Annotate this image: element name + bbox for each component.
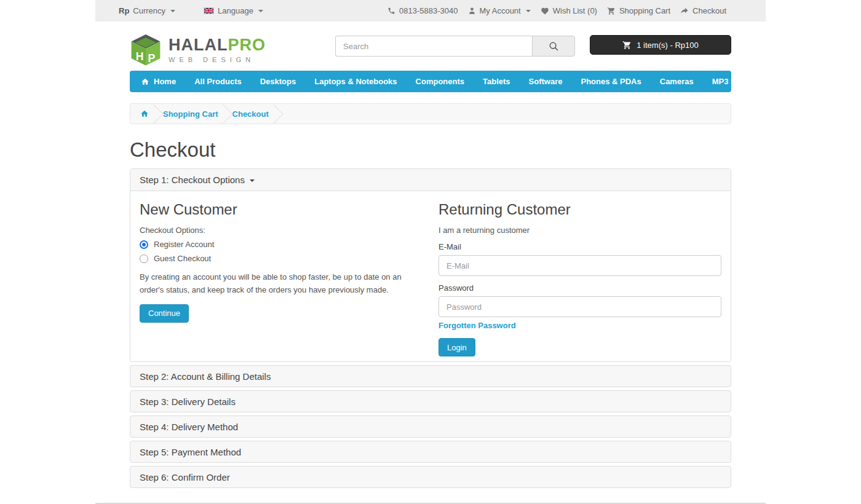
phone-icon	[387, 7, 395, 15]
page-title: Checkout	[130, 139, 731, 161]
nav-item-label: Laptops & Notebooks	[314, 77, 397, 86]
topbar-right: 0813-5883-3040 My Account Wish List (0) …	[387, 6, 726, 15]
caret-down-icon	[250, 179, 255, 182]
search-group	[335, 36, 575, 57]
breadcrumb-separator	[143, 104, 164, 124]
wish-list-label: Wish List (0)	[553, 6, 597, 15]
nav-item-label: Tablets	[483, 77, 510, 86]
nav-item-cameras[interactable]: Cameras	[651, 71, 703, 92]
radio-unselected-icon	[140, 254, 148, 263]
password-field[interactable]	[438, 296, 721, 317]
my-account-label: My Account	[480, 6, 521, 15]
breadcrumb-separator	[263, 104, 284, 124]
share-arrow-icon	[680, 7, 689, 15]
page: Rp Currency Language 0813-5883-3040	[95, 0, 766, 504]
caret-down-icon	[258, 10, 263, 12]
nav-item-components[interactable]: Components	[407, 71, 474, 92]
register-account-label: Register Account	[154, 240, 214, 249]
cart-icon	[622, 41, 632, 50]
breadcrumb-separator	[213, 104, 233, 124]
caret-down-icon	[170, 10, 175, 12]
search-input[interactable]	[335, 36, 532, 57]
nav-item-label: Home	[154, 77, 176, 86]
nav-item-software[interactable]: Software	[520, 71, 572, 92]
nav-item-label: MP3 Players	[712, 77, 760, 86]
heart-icon	[541, 7, 549, 15]
nav-item-label: Cameras	[660, 77, 694, 86]
guest-checkout-radio[interactable]: Guest Checkout	[140, 254, 414, 263]
currency-symbol: Rp	[119, 6, 129, 15]
register-account-radio[interactable]: Register Account	[140, 240, 414, 249]
nav-item-all-products[interactable]: All Products	[185, 71, 251, 92]
checkout-link[interactable]: Checkout	[680, 6, 726, 15]
logo-letter-p: P	[148, 52, 155, 65]
continue-button[interactable]: Continue	[140, 304, 189, 323]
nav-item-mp3-players[interactable]: MP3 Players	[703, 71, 769, 92]
currency-dropdown[interactable]: Rp Currency	[119, 6, 175, 15]
svg-text:H: H	[136, 50, 144, 63]
currency-label: Currency	[133, 6, 165, 15]
wish-list-link[interactable]: Wish List (0)	[541, 6, 597, 15]
my-account-dropdown[interactable]: My Account	[468, 6, 531, 15]
breadcrumb: Shopping Cart Checkout	[130, 103, 731, 124]
nav-item-home[interactable]: Home	[132, 71, 185, 92]
svg-text:P: P	[148, 52, 155, 65]
nav-item-label: All Products	[194, 77, 242, 86]
nav-item-laptops-notebooks[interactable]: Laptops & Notebooks	[305, 71, 406, 92]
checkout-label: Checkout	[692, 6, 726, 15]
phone-contact: 0813-5883-3040	[387, 6, 458, 15]
step4-header[interactable]: Step 4: Delivery Method	[130, 415, 731, 438]
topbar: Rp Currency Language 0813-5883-3040	[95, 0, 766, 22]
logo-cube-icon: H P	[130, 34, 162, 66]
new-customer-column: New Customer Checkout Options: Register …	[140, 199, 438, 356]
step1-body: New Customer Checkout Options: Register …	[130, 191, 731, 361]
logo-name-primary: HALAL	[169, 36, 228, 54]
returning-customer-subtitle: I am a returning customer	[438, 226, 721, 235]
home-icon	[141, 77, 149, 86]
step2-header[interactable]: Step 2: Account & Billing Details	[130, 365, 731, 387]
step6-header[interactable]: Step 6: Confirm Order	[130, 466, 731, 488]
nav-item-phones-pdas[interactable]: Phones & PDAs	[572, 71, 651, 92]
header-cart-button[interactable]: 1 item(s) - Rp100	[590, 35, 731, 55]
step3-header[interactable]: Step 3: Delivery Details	[130, 390, 731, 412]
main-content: Checkout Step 1: Checkout Options New Cu…	[130, 139, 731, 488]
store-logo[interactable]: H P HALALPRO WEB DESIGN	[130, 34, 266, 66]
uk-flag-icon	[204, 7, 214, 14]
language-label: Language	[218, 6, 253, 15]
breadcrumb-wrap: Shopping Cart Checkout	[130, 103, 731, 124]
language-dropdown[interactable]: Language	[204, 6, 263, 15]
search-icon	[549, 41, 558, 51]
header: H P HALALPRO WEB DESIGN 1 item(s) - Rp10…	[130, 22, 731, 71]
account-benefits-text: By creating an account you will be able …	[140, 270, 414, 297]
search-button[interactable]	[532, 36, 575, 57]
nav-item-label: Components	[416, 77, 464, 86]
user-icon	[468, 7, 476, 15]
step1-header[interactable]: Step 1: Checkout Options	[130, 169, 731, 191]
nav-item-tablets[interactable]: Tablets	[474, 71, 520, 92]
nav-item-label: Phones & PDAs	[581, 77, 641, 86]
login-button[interactable]: Login	[438, 338, 475, 356]
step5-header[interactable]: Step 5: Payment Method	[130, 441, 731, 463]
email-label: E-Mail	[438, 242, 721, 251]
email-field[interactable]	[438, 255, 721, 276]
guest-checkout-label: Guest Checkout	[154, 254, 211, 263]
breadcrumb-shopping-cart[interactable]: Shopping Cart	[163, 109, 218, 119]
logo-letter-h: H	[136, 50, 144, 63]
step1-header-label: Step 1: Checkout Options	[140, 175, 245, 185]
caret-down-icon	[526, 10, 531, 12]
step1-panel: Step 1: Checkout Options New Customer Ch…	[130, 168, 731, 362]
returning-customer-column: Returning Customer I am a returning cust…	[438, 199, 721, 356]
nav-item-label: Desktops	[260, 77, 296, 86]
nav-item-desktops[interactable]: Desktops	[251, 71, 306, 92]
new-customer-title: New Customer	[140, 201, 414, 218]
nav-item-label: Software	[529, 77, 563, 86]
logo-name-accent: PRO	[228, 36, 266, 54]
shopping-cart-label: Shopping Cart	[619, 6, 670, 15]
forgotten-password-link[interactable]: Forgotten Password	[438, 321, 516, 330]
logo-text: HALALPRO WEB DESIGN	[169, 37, 266, 63]
cart-icon	[607, 7, 616, 15]
shopping-cart-link[interactable]: Shopping Cart	[607, 6, 670, 15]
nav-wrap: Home All Products Desktops Laptops & Not…	[130, 71, 731, 92]
header-cart-label: 1 item(s) - Rp100	[637, 41, 698, 50]
logo-subtitle: WEB DESIGN	[169, 56, 266, 63]
